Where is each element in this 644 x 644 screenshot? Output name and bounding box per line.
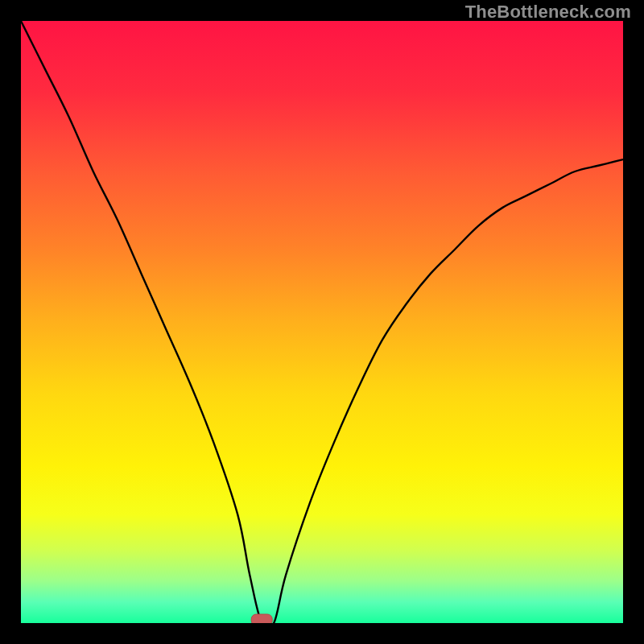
- plot-svg: [21, 21, 623, 623]
- plot-area: [21, 21, 623, 623]
- gradient-background: [21, 21, 623, 623]
- watermark-text: TheBottleneck.com: [465, 2, 631, 23]
- chart-frame: TheBottleneck.com: [0, 0, 644, 644]
- bottleneck-marker: [251, 614, 272, 623]
